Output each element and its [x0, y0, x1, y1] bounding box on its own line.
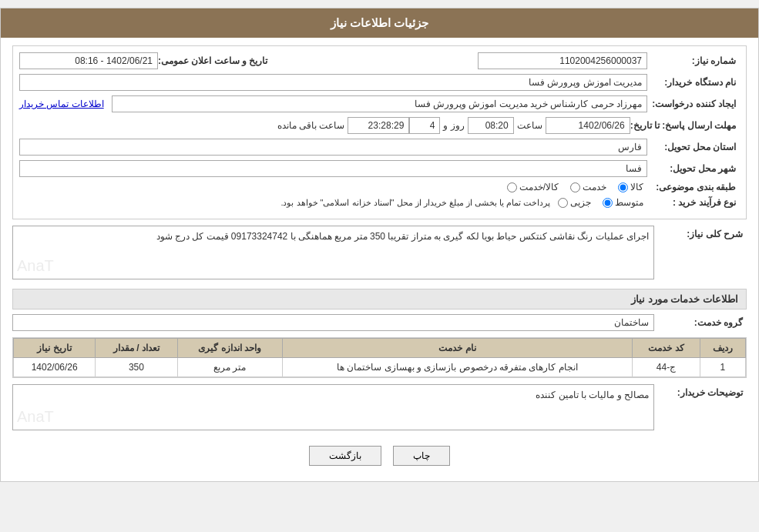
buyer-org-value: مدیریت اموزش وپرورش فسا: [19, 74, 647, 91]
process-option-partial: جزیی: [558, 197, 591, 208]
description-text: اجرای عملیات رنگ نقاشی کنتکس حیاط بویا ل…: [156, 231, 649, 242]
table-header-row: ردیف کد خدمت نام خدمت واحد اندازه گیری ت…: [14, 339, 746, 358]
requester-label: ایجاد کننده درخواست:: [647, 99, 740, 109]
cell-date: 1402/06/26: [14, 358, 96, 377]
content-area: شماره نیاز: 1102004256000037 تاریخ و ساع…: [1, 38, 758, 481]
deadline-remaining-label: ساعت باقی مانده: [274, 120, 348, 131]
footer-buttons: چاپ بازگشت: [12, 438, 747, 473]
page-header: جزئیات اطلاعات نیاز: [1, 8, 758, 38]
process-radio-partial[interactable]: [558, 198, 568, 208]
process-label-partial: جزیی: [570, 197, 591, 208]
deadline-remaining: 23:28:29: [348, 117, 409, 134]
watermark: AnaT: [17, 257, 54, 275]
category-label-services: خدمت: [583, 182, 606, 192]
services-table: ردیف کد خدمت نام خدمت واحد اندازه گیری ت…: [13, 338, 746, 377]
watermark2: AnaT: [17, 408, 54, 426]
category-label-goods: کالا: [630, 182, 643, 192]
requester-value: مهرزاد حرمی کارشناس خرید مدیریت اموزش وپ…: [112, 95, 647, 112]
province-value: فارس: [19, 139, 647, 156]
city-value: فسا: [19, 160, 647, 177]
row-buyer-org: نام دستگاه خریدار: مدیریت اموزش وپرورش ف…: [19, 74, 740, 91]
col-header-service-code: کد خدمت: [633, 339, 700, 358]
deadline-time-label: ساعت: [514, 120, 546, 131]
province-label: استان محل تحویل:: [647, 142, 740, 152]
print-button[interactable]: چاپ: [393, 446, 450, 466]
category-options: کالا/خدمت خدمت کالا: [507, 182, 647, 192]
row-buyer-notes: توضیحات خریدار: مصالح و مالیات با تامین …: [12, 384, 747, 430]
cell-qty: 350: [96, 358, 177, 377]
row-province: استان محل تحویل: فارس: [19, 139, 740, 156]
cell-row-num: 1: [700, 358, 745, 377]
row-requester: ایجاد کننده درخواست: مهرزاد حرمی کارشناس…: [19, 95, 740, 112]
service-group-label: گروه خدمت:: [654, 317, 747, 328]
row-category: طبقه بندی موضوعی: کالا/خدمت خدمت کالا: [19, 182, 740, 192]
announcement-date-label: تاریخ و ساعت اعلان عمومی:: [158, 55, 271, 66]
col-header-service-name: نام خدمت: [282, 339, 633, 358]
category-option-services: خدمت: [570, 182, 606, 192]
buyer-notes-text: مصالح و مالیات با تامین کننده: [536, 390, 649, 400]
buyer-notes-label: توضیحات خریدار:: [654, 384, 747, 398]
row-need-number: شماره نیاز: 1102004256000037 تاریخ و ساع…: [19, 52, 740, 69]
description-value: اجرای عملیات رنگ نقاشی کنتکس حیاط بویا ل…: [12, 226, 654, 279]
row-process: نوع فرآیند خرید : جزیی متوسط پرداخت تمام…: [19, 197, 740, 208]
process-option-medium: متوسط: [603, 197, 643, 208]
category-radio-goods[interactable]: [618, 182, 628, 192]
need-number-label: شماره نیاز:: [647, 55, 740, 66]
buyer-notes-box: مصالح و مالیات با تامین کننده AnaT: [12, 384, 654, 430]
category-label-goods-services: کالا/خدمت: [519, 182, 559, 192]
announcement-date-value: 1402/06/21 - 08:16: [19, 52, 158, 69]
process-options: جزیی متوسط: [558, 197, 647, 208]
deadline-date: 1402/06/26: [546, 117, 630, 134]
cell-service-code: ج-44: [633, 358, 700, 377]
category-radio-goods-services[interactable]: [507, 182, 517, 192]
deadline-label: مهلت ارسال پاسخ: تا تاریخ:: [630, 120, 740, 131]
col-header-row-num: ردیف: [700, 339, 745, 358]
category-label: طبقه بندی موضوعی:: [647, 182, 740, 192]
row-deadline: مهلت ارسال پاسخ: تا تاریخ: 1402/06/26 سا…: [19, 117, 740, 134]
services-table-wrapper: ردیف کد خدمت نام خدمت واحد اندازه گیری ت…: [12, 337, 747, 378]
process-radio-medium[interactable]: [603, 198, 613, 208]
category-option-goods-services: کالا/خدمت: [507, 182, 559, 192]
top-info-section: شماره نیاز: 1102004256000037 تاریخ و ساع…: [12, 45, 747, 219]
deadline-time: 08:20: [468, 117, 514, 134]
col-header-unit: واحد اندازه گیری: [177, 339, 282, 358]
need-number-value: 1102004256000037: [478, 52, 647, 69]
row-city: شهر محل تحویل: فسا: [19, 160, 740, 177]
buyer-org-label: نام دستگاه خریدار:: [647, 77, 740, 88]
process-label: نوع فرآیند خرید :: [647, 197, 740, 208]
row-description: شرح کلی نیاز: اجرای عملیات رنگ نقاشی کنت…: [12, 226, 747, 283]
back-button[interactable]: بازگشت: [309, 446, 381, 466]
process-note: پرداخت تمام یا بخشی از مبلغ خریدار از مح…: [280, 198, 550, 208]
main-container: جزئیات اطلاعات نیاز شماره نیاز: 11020042…: [0, 8, 759, 482]
row-service-group: گروه خدمت: ساختمان: [12, 314, 747, 331]
service-group-value: ساختمان: [12, 314, 654, 331]
services-section-title: اطلاعات خدمات مورد نیاز: [12, 289, 747, 309]
page-title: جزئیات اطلاعات نیاز: [331, 16, 428, 29]
col-header-date: تاریخ نیاز: [14, 339, 96, 358]
category-radio-services[interactable]: [570, 182, 580, 192]
col-header-qty: تعداد / مقدار: [96, 339, 177, 358]
process-label-medium: متوسط: [615, 197, 643, 208]
cell-service-name: انجام کارهای متفرقه درخصوص بازسازی و بهس…: [282, 358, 633, 377]
requester-contact-link[interactable]: اطلاعات تماس خریدار: [19, 99, 104, 109]
description-label: شرح کلی نیاز:: [654, 226, 747, 239]
cell-unit: متر مربع: [177, 358, 282, 377]
deadline-days: 4: [409, 117, 440, 134]
category-option-goods: کالا: [618, 182, 643, 192]
city-label: شهر محل تحویل:: [647, 163, 740, 174]
table-row: 1 ج-44 انجام کارهای متفرقه درخصوص بازساز…: [14, 358, 746, 377]
deadline-days-label: روز و: [440, 120, 467, 131]
